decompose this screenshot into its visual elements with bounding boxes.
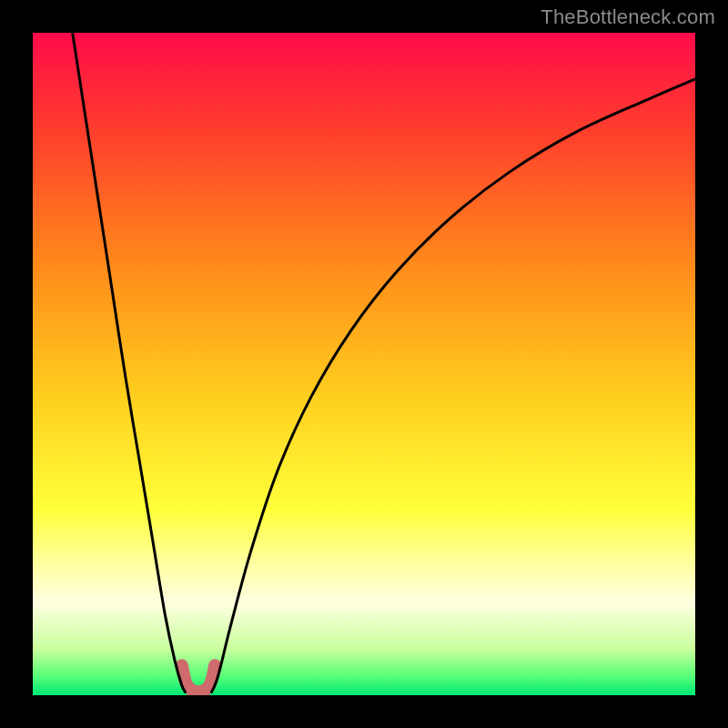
curves-layer [33, 33, 695, 695]
right-branch-curve [212, 79, 695, 692]
plot-area [33, 33, 695, 695]
chart-frame: TheBottleneck.com [0, 0, 728, 728]
dip-marker [182, 665, 215, 692]
watermark-text: TheBottleneck.com [541, 5, 715, 29]
left-branch-curve [73, 33, 186, 692]
